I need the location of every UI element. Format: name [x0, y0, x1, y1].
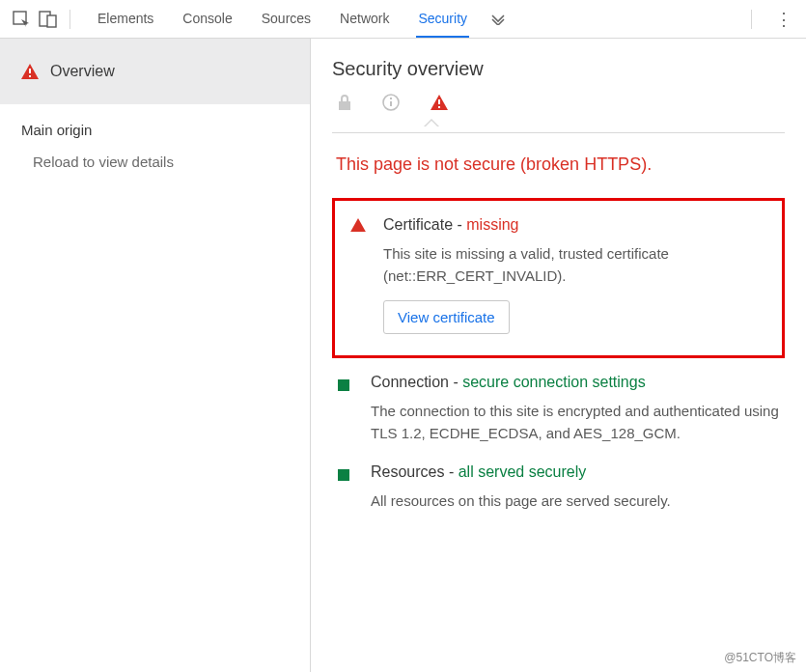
warning-triangle-icon [21, 64, 39, 79]
tab-sources[interactable]: Sources [260, 1, 313, 38]
resources-desc: All resources on this page are served se… [371, 490, 779, 513]
certificate-title: Certificate - missing [383, 216, 761, 234]
security-sidebar: Overview Main origin Reload to view deta… [0, 39, 311, 672]
resources-status: all served securely [459, 463, 587, 480]
certificate-section-highlight: Certificate - missing This site is missi… [332, 198, 785, 358]
resources-label: Resources [371, 463, 444, 480]
tabbar-right: ⋮ [743, 9, 798, 30]
info-icon [382, 94, 400, 111]
view-certificate-button[interactable]: View certificate [383, 300, 510, 334]
certificate-label: Certificate [383, 216, 453, 233]
certificate-row: Certificate - missing This site is missi… [345, 214, 766, 338]
resources-row: Resources - all served securely All reso… [332, 448, 785, 517]
svg-rect-5 [339, 101, 350, 110]
sidebar-item-overview[interactable]: Overview [0, 39, 310, 104]
connection-desc: The connection to this site is encrypted… [371, 401, 779, 444]
tab-console[interactable]: Console [181, 1, 234, 38]
secure-square-icon [338, 374, 355, 444]
separator [69, 10, 70, 29]
inspect-element-icon[interactable] [8, 6, 35, 33]
svg-rect-2 [47, 15, 56, 27]
sidebar-main-origin-label: Main origin [0, 104, 310, 144]
device-toolbar-icon[interactable] [35, 6, 62, 33]
svg-rect-9 [438, 99, 440, 104]
warning-triangle-icon [431, 95, 448, 110]
certificate-body: Certificate - missing This site is missi… [383, 216, 761, 334]
resources-title: Resources - all served securely [371, 463, 779, 481]
dash: - [449, 463, 459, 480]
security-main: Security overview This page is not secur… [311, 39, 806, 672]
svg-rect-4 [29, 75, 31, 77]
connection-row: Connection - secure connection settings … [332, 358, 785, 448]
separator [751, 10, 752, 29]
tab-security[interactable]: Security [416, 1, 469, 38]
connection-title: Connection - secure connection settings [371, 374, 779, 391]
kebab-menu-icon[interactable]: ⋮ [769, 9, 798, 30]
connection-body: Connection - secure connection settings … [371, 374, 779, 444]
caret-indicator-fill [425, 121, 438, 127]
svg-rect-10 [438, 106, 440, 108]
dash: - [457, 216, 466, 233]
watermark: @51CTO博客 [724, 650, 796, 666]
page-title: Security overview [332, 58, 785, 80]
security-warning-text: This page is not secure (broken HTTPS). [332, 133, 785, 184]
connection-label: Connection [371, 374, 449, 390]
resources-body: Resources - all served securely All reso… [371, 463, 779, 513]
sidebar-overview-label: Overview [50, 63, 115, 80]
panel-body: Overview Main origin Reload to view deta… [0, 39, 806, 672]
sidebar-reload-hint: Reload to view details [0, 144, 310, 178]
certificate-desc: This site is missing a valid, trusted ce… [383, 243, 761, 287]
svg-rect-3 [29, 69, 31, 73]
connection-status: secure connection settings [462, 374, 645, 390]
summary-icon-row [338, 94, 785, 111]
devtools-tabbar: Elements Console Sources Network Securit… [0, 0, 806, 39]
tab-network[interactable]: Network [338, 1, 391, 38]
dash: - [453, 374, 462, 390]
warning-triangle-icon [350, 216, 368, 334]
panel-tabs: Elements Console Sources Network Securit… [96, 1, 469, 38]
svg-rect-8 [390, 98, 392, 99]
more-tabs-icon[interactable] [490, 14, 506, 25]
certificate-status: missing [466, 216, 518, 233]
svg-rect-7 [390, 101, 392, 106]
tab-elements[interactable]: Elements [96, 1, 155, 38]
secure-square-icon [338, 463, 355, 513]
lock-icon [338, 95, 351, 110]
